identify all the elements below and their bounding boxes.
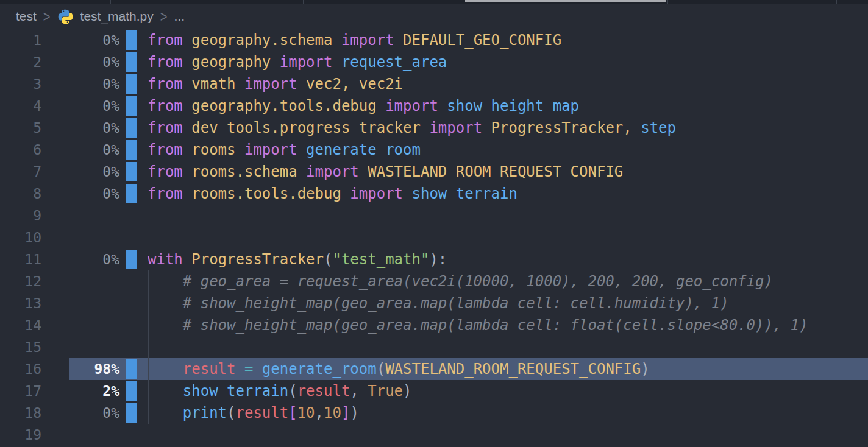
coverage-bar — [126, 96, 137, 116]
code-token: import — [421, 119, 482, 136]
code-token: generate_room — [297, 141, 421, 158]
code-token: ( — [227, 404, 235, 421]
code-line[interactable]: 14 # show_height_map(geo_area.map(lambda… — [0, 314, 868, 336]
code-token: import — [297, 163, 359, 180]
code-line[interactable]: 172% show_terrain(result, True) — [0, 380, 868, 402]
code-token: True — [368, 382, 403, 399]
code-token: ] — [341, 404, 350, 421]
code-token: show_terrain — [403, 185, 518, 202]
code-line[interactable]: 1698% result = generate_room(WASTELAND_R… — [0, 358, 868, 380]
code-text[interactable]: from rooms.tools.debug import show_terra… — [148, 183, 518, 205]
code-token: from — [148, 76, 183, 93]
code-text[interactable]: from rooms import generate_room — [148, 139, 421, 161]
code-token — [253, 361, 261, 378]
line-number[interactable]: 15 — [0, 336, 41, 358]
code-token: ( — [324, 251, 332, 268]
code-text[interactable]: with ProgressTracker("test_math"): — [148, 248, 447, 270]
line-number[interactable]: 11 — [0, 248, 41, 270]
code-line[interactable]: 40%from geography.tools.debug import sho… — [0, 95, 868, 117]
code-line[interactable]: 110%with ProgressTracker("test_math"): — [0, 248, 868, 270]
code-text[interactable]: from dev_tools.progress_tracker import P… — [148, 117, 676, 139]
line-number[interactable]: 9 — [0, 205, 41, 227]
code-text[interactable]: from geography.tools.debug import show_h… — [148, 95, 579, 117]
code-line[interactable]: 30%from vmath import vec2, vec2i — [0, 73, 868, 95]
coverage-bar — [126, 403, 137, 423]
code-text[interactable]: print(result[10,10]) — [148, 402, 359, 424]
code-token: ) — [403, 382, 411, 399]
line-number[interactable]: 8 — [0, 183, 41, 205]
code-line[interactable]: 10%from geography.schema import DEFAULT_… — [0, 29, 868, 51]
line-number[interactable]: 14 — [0, 314, 41, 336]
code-token: ): — [429, 251, 447, 268]
line-number[interactable]: 3 — [0, 73, 41, 95]
code-token: ) — [350, 404, 358, 421]
coverage-percent: 2% — [59, 380, 119, 402]
code-token: show_terrain — [183, 382, 288, 399]
coverage-percent: 0% — [59, 139, 119, 161]
line-number[interactable]: 13 — [0, 292, 41, 314]
code-line[interactable]: 60%from rooms import generate_room — [0, 139, 868, 161]
code-text[interactable]: # geo_area = request_area(vec2i(10000, 1… — [148, 270, 773, 292]
breadcrumb: test > test_math.py > ... — [0, 4, 868, 29]
code-token: # show_height_map(geo_area.map(lambda ce… — [148, 317, 808, 334]
line-number[interactable]: 2 — [0, 51, 41, 73]
code-text[interactable]: result = generate_room(WASTELAND_ROOM_RE… — [148, 358, 650, 380]
code-token: 10 — [297, 404, 315, 421]
code-area[interactable]: 10%from geography.schema import DEFAULT_… — [0, 29, 868, 446]
code-token: generate_room — [262, 361, 377, 378]
code-token: from — [148, 163, 183, 180]
code-text[interactable]: # show_height_map(geo_area.map(lambda ce… — [148, 292, 729, 314]
code-token: from — [148, 119, 183, 136]
coverage-bar — [126, 30, 137, 50]
code-token: "test_math" — [332, 251, 429, 268]
coverage-bar — [126, 162, 137, 181]
code-line[interactable]: 50%from dev_tools.progress_tracker impor… — [0, 117, 868, 139]
code-line[interactable]: 180% print(result[10,10]) — [0, 402, 868, 424]
line-number[interactable]: 6 — [0, 139, 41, 161]
code-token: result — [183, 361, 236, 378]
code-line[interactable]: 12 # geo_area = request_area(vec2i(10000… — [0, 270, 868, 292]
line-number[interactable]: 10 — [0, 227, 41, 248]
line-number[interactable]: 17 — [0, 380, 41, 402]
code-text[interactable]: # show_height_map(geo_area.map(lambda ce… — [148, 314, 808, 336]
line-number[interactable]: 16 — [0, 358, 41, 380]
code-line[interactable]: 15 — [0, 336, 868, 358]
coverage-percent: 0% — [59, 73, 119, 95]
coverage-bar — [126, 140, 137, 160]
code-text[interactable]: from geography import request_area — [148, 51, 447, 73]
tab-divider — [667, 0, 668, 4]
coverage-percent: 0% — [59, 183, 119, 205]
tab-scrollbar[interactable] — [465, 0, 666, 2]
code-token: import — [236, 76, 297, 93]
code-line[interactable]: 13 # show_height_map(geo_area.map(lambda… — [0, 292, 868, 314]
code-line[interactable]: 80%from rooms.tools.debug import show_te… — [0, 183, 868, 205]
breadcrumb-folder[interactable]: test — [16, 9, 37, 24]
code-token: DEFAULT_GEO_CONFIG — [394, 32, 562, 49]
code-text[interactable]: from geography.schema import DEFAULT_GEO… — [148, 29, 561, 51]
line-number[interactable]: 19 — [0, 424, 41, 446]
code-text[interactable]: from vmath import vec2, vec2i — [148, 73, 403, 95]
coverage-percent: 0% — [59, 95, 119, 117]
line-number[interactable]: 4 — [0, 95, 41, 117]
line-number[interactable]: 18 — [0, 402, 41, 424]
line-number[interactable]: 5 — [0, 117, 41, 139]
code-text[interactable]: from rooms.schema import WASTELAND_ROOM_… — [148, 161, 623, 183]
code-line[interactable]: 19 — [0, 424, 868, 446]
coverage-percent: 98% — [59, 358, 119, 380]
line-number[interactable]: 12 — [0, 270, 41, 292]
code-line[interactable]: 10 — [0, 227, 868, 248]
code-token: ( — [377, 361, 385, 378]
line-number[interactable]: 7 — [0, 161, 41, 183]
python-icon — [57, 9, 74, 25]
chevron-right-icon: > — [43, 8, 51, 26]
code-token: ProgressTracker, — [482, 119, 632, 136]
code-line[interactable]: 9 — [0, 205, 868, 227]
breadcrumb-symbol-more[interactable]: ... — [174, 9, 185, 24]
code-line[interactable]: 20%from geography import request_area — [0, 51, 868, 73]
code-text[interactable]: show_terrain(result, True) — [148, 380, 412, 402]
breadcrumb-file[interactable]: test_math.py — [80, 9, 154, 24]
line-number[interactable]: 1 — [0, 29, 41, 51]
code-token: show_height_map — [438, 97, 579, 114]
code-token: from — [148, 32, 183, 49]
code-line[interactable]: 70%from rooms.schema import WASTELAND_RO… — [0, 161, 868, 183]
